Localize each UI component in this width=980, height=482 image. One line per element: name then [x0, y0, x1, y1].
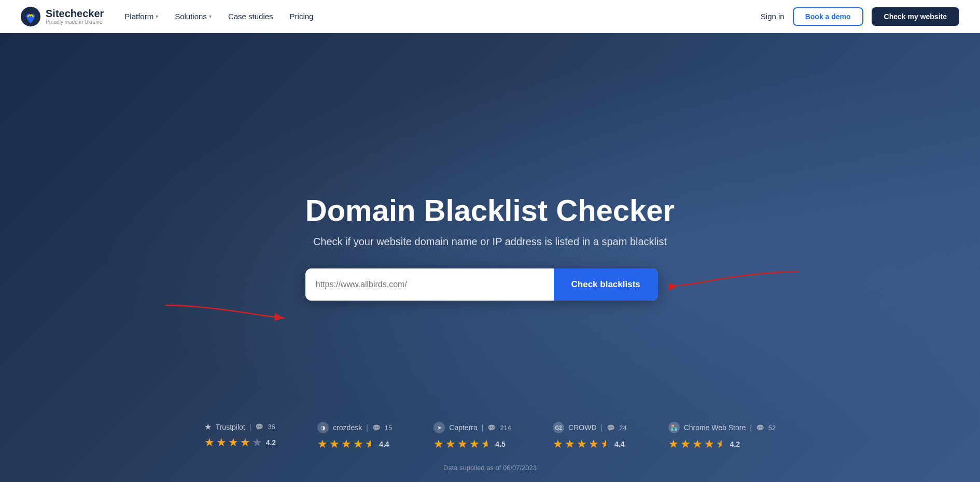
rating-trustpilot: ★ Trustpilot | 💬 36 ★ ★ ★ ★ ★ 4.2	[204, 422, 276, 449]
comment-icon: 💬	[372, 424, 381, 432]
ratings-section: ★ Trustpilot | 💬 36 ★ ★ ★ ★ ★ 4.2 ◑ croz…	[0, 422, 980, 451]
capterra-icon: ➤	[433, 422, 445, 433]
rating-crozdesk: ◑ crozdesk | 💬 15 ★ ★ ★ ★ ★ 4.4	[317, 422, 392, 451]
rating-chrome-web-store: 🏪 Chrome Web Store | 💬 52 ★ ★ ★ ★ ★ 4.2	[668, 422, 776, 451]
comment-icon: 💬	[255, 423, 263, 431]
nav-platform[interactable]: Platform ▾	[124, 12, 158, 21]
check-blacklists-button[interactable]: Check blacklists	[554, 268, 658, 301]
g2crowd-icon: G2	[553, 422, 564, 433]
chrome-web-store-icon: 🏪	[668, 422, 680, 433]
chevron-down-icon: ▾	[156, 13, 158, 19]
book-demo-button[interactable]: Book a demo	[793, 7, 863, 26]
rating-crowd: G2 CROWD | 💬 24 ★ ★ ★ ★ ★ 4.4	[553, 422, 627, 451]
hero-section: Domain Blacklist Checker Check if your w…	[0, 33, 980, 482]
nav-case-studies[interactable]: Case studies	[228, 12, 273, 21]
url-input[interactable]	[305, 268, 554, 301]
hero-subtitle: Check if your website domain name or IP …	[305, 236, 675, 248]
logo[interactable]: Sitechecker Proudly made in Ukraine	[21, 7, 104, 26]
comment-icon: 💬	[756, 424, 764, 432]
comment-icon: 💬	[487, 424, 496, 432]
search-box-container: Check blacklists	[305, 268, 658, 301]
sign-in-link[interactable]: Sign in	[761, 12, 785, 21]
logo-subtitle: Proudly made in Ukraine	[46, 19, 104, 25]
rating-capterra: ➤ Capterra | 💬 214 ★ ★ ★ ★ ★ 4.5	[433, 422, 511, 451]
crozdesk-icon: ◑	[317, 422, 329, 433]
logo-text: Sitechecker Proudly made in Ukraine	[46, 8, 104, 25]
data-note: Data supplied as of 06/07/2023	[0, 464, 980, 472]
nav-pricing[interactable]: Pricing	[290, 12, 314, 21]
trustpilot-icon: ★	[204, 422, 212, 432]
navbar: Sitechecker Proudly made in Ukraine Plat…	[0, 0, 980, 33]
right-arrow	[668, 264, 803, 295]
check-website-button[interactable]: Check my website	[872, 7, 959, 26]
comment-icon: 💬	[607, 424, 615, 432]
hero-title: Domain Blacklist Checker	[305, 194, 675, 227]
left-arrow	[160, 295, 295, 326]
chevron-down-icon: ▾	[209, 13, 212, 19]
hero-content: Domain Blacklist Checker Check if your w…	[305, 194, 675, 301]
nav-actions: Sign in Book a demo Check my website	[761, 7, 959, 26]
logo-title: Sitechecker	[46, 8, 104, 19]
nav-solutions[interactable]: Solutions ▾	[175, 12, 212, 21]
nav-links: Platform ▾ Solutions ▾ Case studies Pric…	[124, 12, 761, 21]
search-box: Check blacklists	[305, 268, 658, 301]
logo-icon	[21, 7, 40, 26]
